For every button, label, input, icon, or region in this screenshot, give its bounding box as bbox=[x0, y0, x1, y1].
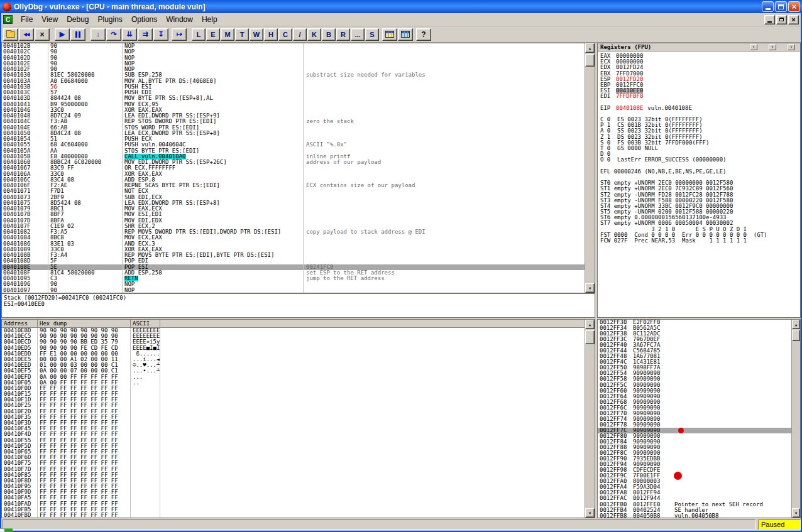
stack-row[interactable]: 0012FFA8 0012FF94 bbox=[598, 490, 791, 496]
mdi-minimize-button[interactable] bbox=[764, 15, 775, 24]
disassembly-row[interactable]: 0040103D 884424 08 MOV BYTE PTR SS:[ESP+… bbox=[2, 95, 585, 101]
scroll-up-button[interactable]: ▲ bbox=[585, 43, 595, 53]
call-stack-button[interactable]: K bbox=[307, 28, 321, 41]
disassembly-row[interactable]: 00401084 8BC8 MOV ECX,EAX bbox=[2, 235, 585, 241]
dump-row[interactable]: 00410F1D FF FF FF FF FF FF FF FF bbox=[2, 397, 585, 403]
disassembly-row[interactable]: 0040106C 83C4 08 ADD ESP,8 bbox=[2, 177, 585, 183]
close-program-button[interactable]: × bbox=[35, 28, 50, 41]
minimize-button[interactable] bbox=[762, 1, 774, 12]
dump-row[interactable]: 00410F85 FF FF FF FF FF FF FF FF bbox=[2, 472, 585, 478]
disassembly-row[interactable]: 0040107F C1E9 02 SHR ECX,2 bbox=[2, 224, 585, 229]
stack-row[interactable]: 0012FF50 9898FF7A bbox=[598, 365, 791, 371]
stack-row[interactable]: 0012FF64 90909090 bbox=[598, 394, 791, 399]
disassembly-row[interactable]: 00401060 8BBC24 6C020000 MOV EDI,DWORD P… bbox=[2, 160, 585, 165]
stack-row[interactable]: 0012FF9C 7F00E1FF bbox=[598, 473, 791, 479]
windows-button[interactable]: W bbox=[250, 28, 263, 41]
dump-row[interactable]: 00410F05 0A 00 FF FF FF FF FF FF .. bbox=[2, 380, 585, 386]
disassembly-row[interactable]: 00401071 F7D1 NOT ECX bbox=[2, 188, 585, 194]
disassembly-row[interactable]: 0040102D 90 NOP bbox=[2, 55, 585, 61]
patches-button[interactable]: / bbox=[293, 28, 307, 41]
disassembly-row[interactable]: 00401073 2BF9 SUB EDI,ECX bbox=[2, 195, 585, 200]
handles-button[interactable]: H bbox=[264, 28, 278, 41]
menu-window[interactable]: Window bbox=[162, 13, 197, 26]
disassembly-row[interactable]: 00401048 8D7C24 09 LEA EDI,DWORD PTR SS:… bbox=[2, 113, 585, 119]
dump-row[interactable]: 00410FAD FF FF FF FF FF FF FF FF bbox=[2, 501, 585, 507]
dump-row[interactable]: 00410EBD 90 90 90 90 90 90 90 90 ÉÉÉÉÉÉÉ… bbox=[2, 328, 585, 334]
dump-row[interactable]: 00410EF5 0A 00 00 07 00 00 00 C1 ...•...… bbox=[2, 368, 585, 374]
stack-row[interactable]: 0012FF88 90909090 bbox=[598, 445, 791, 450]
register-edi[interactable]: EDI 7FFDFBF8 bbox=[600, 94, 800, 99]
stack-row[interactable]: 0012FF58 90909090 bbox=[598, 376, 791, 382]
threads-button[interactable]: T bbox=[235, 28, 249, 41]
dump-row[interactable]: 00410FBD FF FF FF FF FF FF FF FF bbox=[2, 513, 585, 518]
disassembly-row[interactable]: 0040103A A0 E0684000 MOV AL,BYTE PTR DS:… bbox=[2, 79, 585, 84]
dump-row[interactable]: 00410F45 FF FF FF FF FF FF FF FF bbox=[2, 426, 585, 432]
breakpoints-button[interactable]: B bbox=[322, 28, 336, 41]
dump-row[interactable]: 00410F6D FF FF FF FF FF FF FF FF bbox=[2, 455, 585, 460]
disassembly-scrollbar[interactable]: ▲ ▼ bbox=[585, 43, 595, 293]
dump-row[interactable]: 00410FA5 FF FF FF FF FF FF FF FF bbox=[2, 495, 585, 501]
title-bar[interactable]: OllyDbg - vuln.exe - [CPU - main thread,… bbox=[0, 0, 802, 13]
pane-header-button[interactable]: ‹ bbox=[769, 44, 776, 50]
disassembly-row[interactable]: 0040102C 90 NOP bbox=[2, 49, 585, 55]
stack-row[interactable]: 0012FF74 90909090 bbox=[598, 416, 791, 422]
disassembly-row[interactable]: 0040108B F3:A4 REP MOVS BYTE PTR ES:[EDI… bbox=[2, 252, 585, 258]
menu-help[interactable]: Help bbox=[197, 13, 222, 26]
register-row-eip[interactable]: EIP 0040108E vuln.0040108E bbox=[600, 106, 800, 111]
scroll-down-button[interactable]: ▼ bbox=[585, 283, 595, 293]
menu-debug[interactable]: Debug bbox=[62, 13, 93, 26]
dump-row[interactable]: 00410EE5 00 00 00 A1 02 00 00 11 ...í...… bbox=[2, 357, 585, 362]
disassembly-row[interactable]: 00401075 8D5424 08 LEA EDX,DWORD PTR SS:… bbox=[2, 200, 585, 206]
menu-plugins[interactable]: Plugins bbox=[94, 13, 127, 26]
disassembly-row[interactable]: 0040102B 90 NOP bbox=[2, 43, 585, 49]
stack-row[interactable]: 0012FF70 90909090 bbox=[598, 411, 791, 416]
stack-row[interactable]: 0012FFB0 0012FFE0 Pointer to next SEH re… bbox=[598, 502, 791, 508]
appearance-options-button[interactable] bbox=[398, 28, 413, 41]
stack-row[interactable]: 0012FF7C 90909090 bbox=[598, 428, 791, 433]
disassembly-row[interactable]: 00401041 B9 95000000 MOV ECX,95 bbox=[2, 102, 585, 107]
dump-row[interactable]: 00410ECD 90 90 90 90 BB ED 35 79 ÉÉÉÉ»í5… bbox=[2, 339, 585, 345]
dump-row[interactable]: 00410ED5 90 90 90 90 FE CD FE CD ÉÉÉÉ■Í■… bbox=[2, 345, 585, 351]
disassembly-row[interactable]: 0040108F 81C4 58020000 ADD ESP,258 set E… bbox=[2, 270, 585, 276]
disassembly-row[interactable]: 00401055 68 4C604000 PUSH vuln.0040604C … bbox=[2, 142, 585, 148]
disassembly-row[interactable]: 0040106A 33C0 XOR EAX,EAX bbox=[2, 171, 585, 177]
dump-row[interactable]: 00410F9D FF FF FF FF FF FF FF FF bbox=[2, 489, 585, 495]
run-button[interactable]: ▶ bbox=[55, 28, 70, 41]
efl-line[interactable]: EFL 00000246 (NO,NB,E,BE,NS,PE,GE,LE) bbox=[600, 169, 800, 175]
disassembly-row[interactable]: 00401095 C3 RETN jump to the RET address bbox=[2, 276, 585, 281]
open-file-button[interactable] bbox=[3, 28, 18, 41]
dump-row[interactable]: 00410F75 FF FF FF FF FF FF FF FF bbox=[2, 460, 585, 466]
disassembly-row[interactable]: 0040108E 5E POP ESI 00241FC0 bbox=[2, 264, 585, 270]
scroll-down-button[interactable]: ▼ bbox=[792, 508, 800, 518]
windows-list-button[interactable] bbox=[382, 28, 397, 41]
log-window-button[interactable]: L bbox=[192, 28, 206, 41]
stack-row[interactable]: 0012FF38 8C112ADC bbox=[598, 331, 791, 337]
close-button[interactable]: × bbox=[788, 1, 800, 12]
scroll-up-button[interactable]: ▲ bbox=[792, 320, 800, 329]
dump-row[interactable]: 00410F4D FF FF FF FF FF FF FF FF bbox=[2, 432, 585, 437]
step-over-button[interactable]: ↷ bbox=[106, 28, 121, 41]
menu-options[interactable]: Options bbox=[127, 13, 162, 26]
disassembly-row[interactable]: 0040104E 66:AB STOS WORD PTR ES:[EDI] bbox=[2, 125, 585, 131]
scroll-thumb[interactable] bbox=[585, 54, 595, 67]
disassembly-row[interactable]: 00401089 33C0 XOR EAX,EAX bbox=[2, 247, 585, 252]
flag-line[interactable]: O 0 LastErr ERROR_SUCCESS (00000000) bbox=[600, 157, 800, 163]
stack-row[interactable]: 0012FF80 90909090 bbox=[598, 433, 791, 439]
stack-row[interactable]: 0012FF40 3A67FC7A bbox=[598, 342, 791, 348]
memory-map-button[interactable]: M bbox=[221, 28, 234, 41]
disassembly-row[interactable]: 00401054 51 PUSH ECX bbox=[2, 136, 585, 142]
stack-row[interactable]: 0012FF84 90909090 bbox=[598, 439, 791, 445]
disassembly-row[interactable]: 00401079 8BC1 MOV EAX,ECX bbox=[2, 206, 585, 212]
stack-row[interactable]: 0012FF60 90909090 bbox=[598, 388, 791, 394]
disassembly-row[interactable]: 00401096 90 NOP bbox=[2, 281, 585, 287]
stack-row[interactable]: 0012FF48 1A677081 bbox=[598, 354, 791, 359]
dump-row[interactable]: 00410EDD FF E1 00 00 00 00 00 00 ß...... bbox=[2, 351, 585, 357]
dump-row[interactable]: 00410F35 FF FF FF FF FF FF FF FF bbox=[2, 415, 585, 420]
disassembly-row[interactable]: 00401082 F3:A5 REP MOVS DWORD PTR ES:[ED… bbox=[2, 229, 585, 235]
disassembly-row[interactable]: 00401097 90 NOP bbox=[2, 288, 585, 293]
menu-view[interactable]: View bbox=[37, 13, 62, 26]
disassembly-row[interactable]: 0040103B 56 PUSH ESI bbox=[2, 84, 585, 90]
mdi-close-button[interactable]: × bbox=[788, 15, 799, 24]
stack-row[interactable]: 0012FFA0 80000003 bbox=[598, 479, 791, 484]
disassembly-row[interactable]: 0040107D 8BFA MOV EDI,EDX bbox=[2, 218, 585, 224]
